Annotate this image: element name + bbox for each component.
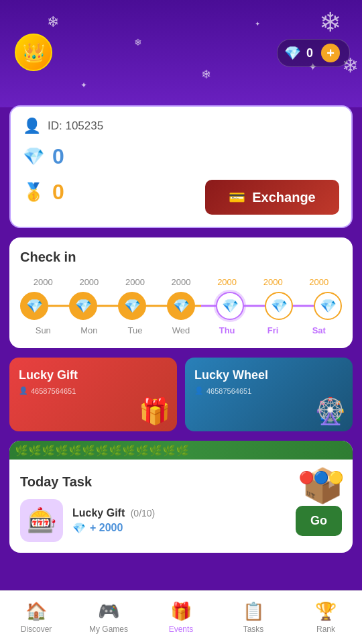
checkin-card: Check in 2000 2000 2000 2000 2000 2000 2…: [9, 237, 353, 348]
exchange-button[interactable]: 💳 Exchange: [205, 180, 339, 215]
task-game-icon: 🎰: [27, 506, 57, 535]
profile-card: 👤 ID: 105235 💎 0 🥇 0 💳 Exchange: [9, 105, 353, 228]
task-name-row: Lucky Gift (0/10): [72, 507, 286, 519]
gamepad-icon: 🎮: [98, 601, 119, 622]
day-points-mon: 2000: [79, 277, 99, 287]
gold-balance-row: 🥇 0: [23, 180, 64, 205]
day-circle-fri[interactable]: 💎: [265, 292, 293, 320]
lucky-gift-card[interactable]: Lucky Gift 👤 46587564651 🎁: [9, 358, 177, 431]
day-circle-sat[interactable]: 💎: [314, 292, 342, 320]
gold-icon: 🥇: [23, 182, 44, 203]
avatar: 👑: [15, 34, 52, 71]
add-diamond-button[interactable]: +: [321, 44, 340, 62]
task-icon-container: 🎰: [20, 499, 63, 542]
lucky-wheel-id: 👤 46587564651: [194, 386, 343, 395]
nav-label-discover: Discover: [21, 625, 52, 634]
main-content: 👤 ID: 105235 💎 0 🥇 0 💳 Exchange Check in…: [0, 97, 362, 590]
day-points-sat: 2000: [309, 277, 328, 287]
task-progress: (0/10): [131, 508, 156, 519]
checkin-title: Check in: [20, 250, 342, 265]
day-label-sun: Sun: [36, 325, 51, 335]
nav-label-rank: Rank: [316, 625, 335, 634]
day-points-sun: 2000: [34, 277, 53, 287]
blue-balance-row: 💎 0: [23, 144, 339, 169]
rank-icon: 🏆: [315, 601, 337, 622]
exchange-label: Exchange: [252, 190, 315, 205]
person-icon: 👤: [19, 386, 28, 395]
day-label-mon: Mon: [80, 325, 97, 335]
person-icon-wheel: 👤: [194, 386, 204, 395]
snowflake-2: ❄: [134, 37, 142, 48]
garland-icon: 🌿🌿🌿🌿🌿🌿🌿🌿🌿🌿🌿🌿🌿: [15, 444, 189, 457]
diamond-icon: 💎: [284, 45, 301, 61]
diamond-count: 0: [306, 46, 313, 60]
nav-item-tasks[interactable]: 📋 Tasks: [217, 601, 290, 634]
diamond-counter: 💎 0 +: [277, 39, 350, 67]
today-task-card: 🌿🌿🌿🌿🌿🌿🌿🌿🌿🌿🌿🌿🌿 Today Task 🎰 Lucky Gift (0…: [9, 441, 353, 553]
avatar-emoji: 👑: [22, 42, 46, 64]
task-info: Lucky Gift (0/10) 💎 + 2000: [72, 507, 286, 535]
lucky-gift-decoration: 🎁: [139, 396, 170, 426]
snowflake-5: ❄: [201, 67, 211, 82]
avatar-container[interactable]: 👑: [15, 34, 52, 71]
nav-item-my-games[interactable]: 🎮 My Games: [72, 601, 145, 634]
nav-item-rank[interactable]: 🏆 Rank: [290, 601, 362, 634]
task-reward-amount: + 2000: [90, 522, 123, 534]
snowflake-6: ✦: [80, 80, 87, 90]
bottom-nav: 🏠 Discover 🎮 My Games 🎁 Events 📋 Tasks 🏆…: [0, 590, 362, 644]
nav-item-events[interactable]: 🎁 Events: [145, 601, 217, 634]
garland-bar: 🌿🌿🌿🌿🌿🌿🌿🌿🌿🌿🌿🌿🌿: [9, 441, 353, 460]
today-task-title: Today Task: [20, 474, 342, 490]
day-circle-thu[interactable]: 💎: [216, 292, 244, 320]
lucky-wheel-title: Lucky Wheel: [194, 368, 343, 382]
nav-item-discover[interactable]: 🏠 Discover: [0, 601, 72, 634]
nav-label-events: Events: [169, 625, 194, 634]
home-icon: 🏠: [25, 601, 47, 622]
day-label-wed: Wed: [172, 325, 190, 335]
gold-balance: 0: [52, 180, 64, 205]
day-circle-tue[interactable]: 💎: [118, 292, 146, 320]
lucky-wheel-decoration: 🎡: [314, 396, 346, 426]
nav-label-my-games: My Games: [89, 625, 128, 634]
day-circle-wed[interactable]: 💎: [167, 292, 195, 320]
events-icon: 🎁: [170, 601, 192, 622]
day-points-fri: 2000: [263, 277, 283, 287]
profile-icon: 👤: [23, 117, 41, 135]
snowflake-7: ✦: [255, 20, 260, 28]
task-item: 🎰 Lucky Gift (0/10) 💎 + 2000 Go: [20, 499, 342, 542]
task-reward: 💎 + 2000: [72, 522, 286, 535]
day-label-thu: Thu: [219, 325, 235, 335]
snowflake-3: ❄: [319, 7, 342, 38]
snowflake-1: ❄: [47, 13, 59, 31]
task-diamond-icon: 💎: [72, 522, 86, 535]
day-circle-mon[interactable]: 💎: [69, 292, 97, 320]
task-content: Today Task 🎰 Lucky Gift (0/10) 💎 + 2000 …: [20, 474, 342, 542]
task-name: Lucky Gift: [72, 507, 125, 519]
lucky-row: Lucky Gift 👤 46587564651 🎁 Lucky Wheel 👤…: [9, 358, 353, 431]
profile-id-text: ID: 105235: [48, 119, 103, 133]
exchange-icon: 💳: [229, 189, 245, 205]
nav-label-tasks: Tasks: [243, 625, 264, 634]
blue-balance: 0: [52, 144, 64, 169]
day-points-thu: 2000: [217, 277, 237, 287]
tasks-icon: 📋: [243, 601, 264, 622]
lucky-gift-title: Lucky Gift: [19, 368, 168, 382]
checkin-days-row: 💎 💎 💎 💎 💎 💎 💎: [20, 292, 342, 320]
go-button[interactable]: Go: [296, 506, 342, 536]
gem-icon: 💎: [23, 146, 44, 167]
lucky-wheel-card[interactable]: Lucky Wheel 👤 46587564651 🎡: [185, 358, 353, 431]
lucky-gift-id: 👤 46587564651: [19, 386, 168, 395]
day-circle-sun[interactable]: 💎: [20, 292, 48, 320]
profile-id-row: 👤 ID: 105235: [23, 117, 339, 135]
day-label-sat: Sat: [312, 325, 326, 335]
day-points-wed: 2000: [172, 277, 191, 287]
day-label-fri: Fri: [267, 325, 279, 335]
day-label-tue: Tue: [127, 325, 142, 335]
day-points-tue: 2000: [125, 277, 145, 287]
